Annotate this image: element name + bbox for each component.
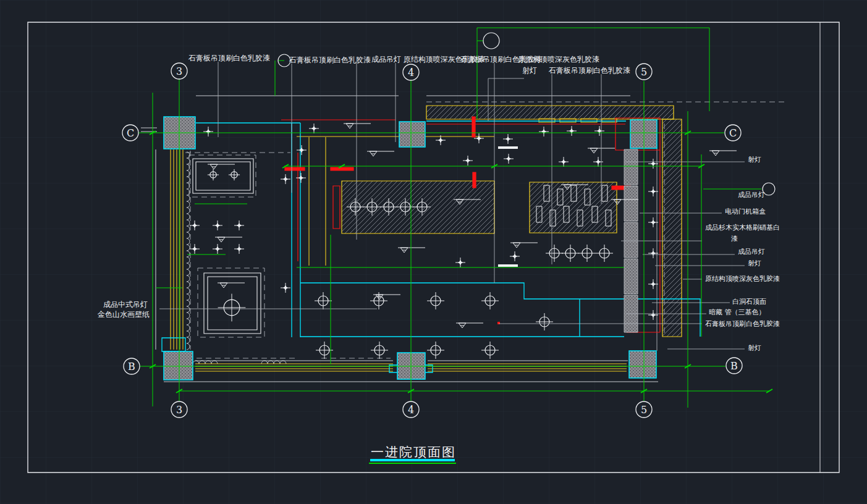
hatched-panel-slats <box>530 182 617 233</box>
annotation-top-orig-gray-2: 原结构顶喷深灰色乳胶漆 <box>518 55 599 64</box>
column-c4 <box>399 122 425 147</box>
annotation-right-gypsum: 石膏板吊顶刷白色乳胶漆 <box>705 320 780 328</box>
annotation-right-spotlight-2: 射灯 <box>748 259 761 267</box>
svg-text:5: 5 <box>641 404 647 416</box>
svg-text:C: C <box>729 127 737 139</box>
drawing-title: 一进院顶面图 <box>369 445 456 464</box>
annotation-top-gypsum-4: 石膏板吊顶刷白色乳胶漆 <box>548 66 630 75</box>
column-b5 <box>629 351 656 378</box>
annotation-right-pendant-1: 成品吊灯 <box>738 191 765 199</box>
annotation-top-spotlight: 射灯 <box>522 66 537 75</box>
ceiling-plan-drawing: 3 4 5 3 4 5 C C B B 石膏板吊顶刷白色乳胶漆 石膏板吊顶刷白色… <box>0 0 867 504</box>
annotation-left-wallpaper: 金色山水画壁纸 <box>97 310 150 319</box>
annotation-right-spotlight-3: 射灯 <box>748 344 761 352</box>
drawing-title-text: 一进院顶面图 <box>371 445 456 460</box>
cad-viewport: 3 4 5 3 4 5 C C B B 石膏板吊顶刷白色乳胶漆 石膏板吊顶刷白色… <box>0 0 867 504</box>
annotation-right-hidden-tube: 暗藏 管（三基色） <box>709 308 766 316</box>
svg-text:4: 4 <box>408 404 414 416</box>
annotation-right-orig-gray: 原结构顶喷深灰色乳胶漆 <box>705 275 780 283</box>
svg-text:3: 3 <box>176 404 182 416</box>
svg-text:C: C <box>127 127 134 139</box>
annotation-right-wood-grille-1: 成品杉木实木格刷硝基白 <box>705 224 780 232</box>
column-b3 <box>164 351 193 380</box>
annotation-right-pendant-2: 成品吊灯 <box>738 248 765 256</box>
annotation-right-wood-grille-2: 漆 <box>731 235 738 243</box>
annotation-right-spotlight-1: 射灯 <box>748 156 761 164</box>
faint-grid <box>0 0 867 504</box>
svg-text:B: B <box>730 360 738 372</box>
title-underline-green <box>369 463 456 464</box>
title-underline-cyan <box>370 459 455 461</box>
annotation-right-door-motor-box: 电动门机箱盒 <box>725 208 766 216</box>
annotation-top-gypsum-2: 石膏板吊顶刷白色乳胶漆 <box>289 56 371 64</box>
svg-text:5: 5 <box>641 66 647 78</box>
svg-text:3: 3 <box>176 65 182 77</box>
annotation-right-travertine: 白洞石顶面 <box>732 298 766 306</box>
annotation-top-gypsum-1: 石膏板吊顶刷白色乳胶漆 <box>188 54 270 62</box>
hatched-band-right <box>662 119 682 337</box>
hatched-band-top <box>426 106 674 119</box>
annotation-left-pendant-cn: 成品中式吊灯 <box>103 300 148 309</box>
svg-text:B: B <box>128 361 135 372</box>
svg-text:4: 4 <box>408 67 414 78</box>
